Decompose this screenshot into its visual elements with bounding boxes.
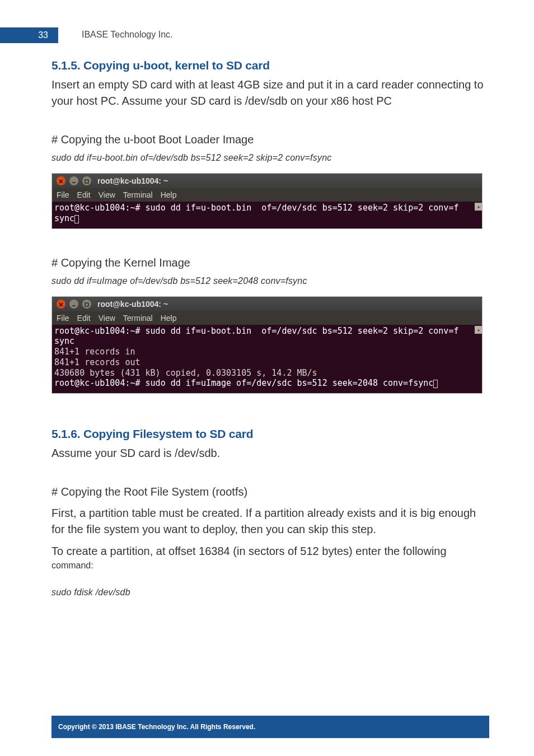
menu-view: View [99, 314, 115, 323]
uboot-copy-heading: # Copying the u-boot Boot Loader Image [51, 132, 489, 147]
rootfs-copy-heading: # Copying the Root File System (rootfs) [51, 484, 489, 500]
terminal-output: root@kc-ub1004:~# sudo dd if=u-boot.bin … [52, 202, 482, 225]
close-icon [57, 300, 65, 309]
menu-terminal: Terminal [123, 190, 153, 199]
uboot-copy-command: sudo dd if=u-boot.bin of=/dev/sdb bs=512… [51, 153, 489, 163]
company-name: IBASE Technology Inc. [82, 30, 172, 40]
menu-edit: Edit [77, 190, 91, 199]
kernel-copy-heading: # Copying the Kernel Image [51, 255, 489, 270]
kernel-copy-command: sudo dd if=uImage of=/dev/sdb bs=512 see… [51, 276, 489, 286]
terminal-screenshot-2: root@kc-ub1004: ~ File Edit View Termina… [51, 296, 483, 394]
section-515-title: 5.1.5. Copying u-boot, kernel to SD card [51, 59, 489, 72]
fdisk-command: sudo fdisk /dev/sdb [51, 587, 489, 598]
rootfs-para-2: To create a partition, at offset 16384 (… [51, 543, 489, 559]
page-content: 5.1.5. Copying u-boot, kernel to SD card… [51, 59, 489, 608]
page-header: 33 IBASE Technology Inc. [0, 27, 534, 43]
terminal-screenshot-1: root@kc-ub1004: ~ File Edit View Termina… [51, 173, 483, 229]
section-515-intro: Insert an empty SD card with at least 4G… [51, 77, 489, 109]
maximize-icon [82, 176, 91, 185]
rootfs-para-2b: command: [51, 561, 489, 571]
close-icon [57, 176, 65, 185]
term2-line2: sync [54, 336, 74, 346]
section-516-title: 5.1.6. Copying Filesystem to SD card [51, 427, 489, 441]
term2-line3: 841+1 records in [54, 347, 135, 357]
term1-line1: root@kc-ub1004:~# sudo dd if=u-boot.bin … [54, 203, 458, 213]
terminal-menubar: File Edit View Terminal Help [52, 311, 482, 325]
rootfs-para-1: First, a partition table must be created… [51, 505, 489, 538]
terminal-titlebar: root@kc-ub1004: ~ [52, 174, 482, 188]
menu-view: View [99, 190, 115, 199]
minimize-icon [69, 176, 78, 185]
menu-file: File [57, 190, 69, 199]
menu-edit: Edit [77, 314, 91, 323]
menu-help: Help [161, 314, 177, 323]
terminal-titlebar: root@kc-ub1004: ~ [52, 297, 482, 311]
copyright-footer: Copyright © 2013 IBASE Technology Inc. A… [51, 716, 489, 738]
scroll-up-icon: ▴ [475, 326, 483, 334]
section-516-intro: Assume your SD card is /dev/sdb. [51, 445, 489, 461]
cursor-icon [74, 215, 79, 223]
term2-line4: 841+1 records out [54, 357, 140, 367]
term1-line2: sync [54, 213, 74, 223]
page-number-badge: 33 [0, 27, 58, 43]
term2-line6: root@kc-ub1004:~# sudo dd if=uImage of=/… [54, 378, 433, 388]
svg-rect-3 [85, 180, 88, 183]
svg-rect-7 [85, 303, 88, 306]
terminal-title-text: root@kc-ub1004: ~ [97, 176, 168, 185]
menu-file: File [57, 314, 69, 323]
term2-line5: 430680 bytes (431 kB) copied, 0.0303105 … [54, 368, 317, 378]
menu-terminal: Terminal [123, 314, 153, 323]
maximize-icon [82, 300, 91, 309]
terminal-output: root@kc-ub1004:~# sudo dd if=u-boot.bin … [52, 325, 482, 390]
terminal-title-text: root@kc-ub1004: ~ [97, 300, 168, 309]
minimize-icon [69, 300, 78, 309]
scroll-up-icon: ▴ [475, 203, 483, 211]
cursor-icon [433, 380, 438, 388]
terminal-menubar: File Edit View Terminal Help [52, 188, 482, 202]
term2-line1: root@kc-ub1004:~# sudo dd if=u-boot.bin … [54, 326, 458, 336]
menu-help: Help [161, 190, 177, 199]
